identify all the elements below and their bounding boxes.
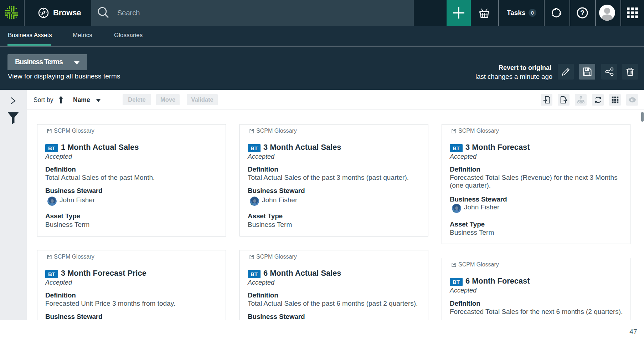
svg-text:?: ? [580,9,584,17]
